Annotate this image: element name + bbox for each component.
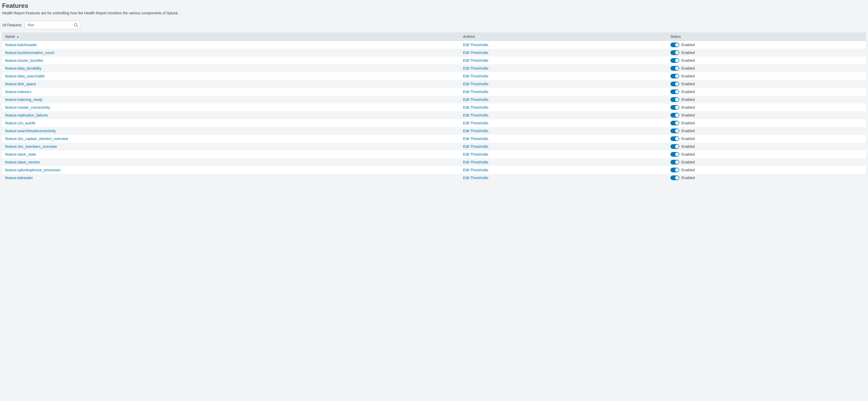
table-row: feature:slave_stateEdit ThresholdsEnable… xyxy=(2,151,866,158)
page-title: Features xyxy=(2,2,866,9)
status-label: Enabled xyxy=(681,121,695,125)
toggle-knob xyxy=(675,121,679,125)
status-toggle[interactable] xyxy=(671,113,679,118)
table-row: feature:master_connectivityEdit Threshol… xyxy=(2,103,866,111)
status-label: Enabled xyxy=(681,176,695,180)
status-toggle[interactable] xyxy=(671,105,679,110)
status-toggle[interactable] xyxy=(671,81,679,86)
edit-thresholds-link[interactable]: Edit Thresholds xyxy=(463,152,488,157)
edit-thresholds-link[interactable]: Edit Thresholds xyxy=(463,74,488,78)
feature-name-link[interactable]: feature:cluster_bundles xyxy=(5,58,43,63)
status-toggle[interactable] xyxy=(671,129,679,133)
edit-thresholds-link[interactable]: Edit Thresholds xyxy=(463,137,488,141)
feature-name-link[interactable]: feature:data_searchable xyxy=(5,74,44,78)
table-row: feature:shc_captain_election_overviewEdi… xyxy=(2,135,866,143)
feature-name-link[interactable]: feature:master_connectivity xyxy=(5,105,50,109)
feature-name-link[interactable]: feature:shc_members_overview xyxy=(5,144,57,148)
feature-name-link[interactable]: feature:batchreader xyxy=(5,43,37,47)
status-toggle[interactable] xyxy=(671,175,679,180)
feature-name-link[interactable]: feature:replication_failures xyxy=(5,113,48,117)
feature-name-link[interactable]: feature:data_durability xyxy=(5,66,41,70)
controls-row: 18 Features xyxy=(2,21,866,29)
toggle-knob xyxy=(675,145,679,148)
table-row: feature:shc_members_overviewEdit Thresho… xyxy=(2,143,866,151)
edit-thresholds-link[interactable]: Edit Thresholds xyxy=(463,144,488,148)
edit-thresholds-link[interactable]: Edit Thresholds xyxy=(463,66,488,70)
status-label: Enabled xyxy=(681,129,695,133)
edit-thresholds-link[interactable]: Edit Thresholds xyxy=(463,43,488,47)
edit-thresholds-link[interactable]: Edit Thresholds xyxy=(463,113,488,117)
table-row: feature:batchreaderEdit ThresholdsEnable… xyxy=(2,41,866,49)
status-toggle[interactable] xyxy=(671,58,679,63)
table-row: feature:disk_spaceEdit ThresholdsEnabled xyxy=(2,80,866,88)
status-label: Enabled xyxy=(681,105,695,109)
edit-thresholds-link[interactable]: Edit Thresholds xyxy=(463,82,488,86)
toggle-knob xyxy=(675,137,679,140)
edit-thresholds-link[interactable]: Edit Thresholds xyxy=(463,129,488,133)
feature-name-link[interactable]: feature:indexing_ready xyxy=(5,98,42,102)
feature-name-link[interactable]: feature:bucketscreation_count xyxy=(5,51,54,55)
status-toggle[interactable] xyxy=(671,66,679,71)
status-label: Enabled xyxy=(681,137,695,141)
status-toggle[interactable] xyxy=(671,152,679,157)
feature-name-link[interactable]: feature:indexers xyxy=(5,90,31,94)
toggle-knob xyxy=(675,59,679,62)
status-label: Enabled xyxy=(681,58,695,63)
column-header-actions[interactable]: Actions xyxy=(460,32,667,41)
feature-name-link[interactable]: feature:searchheadconnectivity xyxy=(5,129,56,133)
status-toggle[interactable] xyxy=(671,42,679,47)
toggle-knob xyxy=(675,129,679,133)
table-row: feature:bucketscreation_countEdit Thresh… xyxy=(2,49,866,57)
feature-name-link[interactable]: feature:disk_space xyxy=(5,82,36,86)
toggle-knob xyxy=(675,51,679,55)
table-row: feature:indexing_readyEdit ThresholdsEna… xyxy=(2,96,866,103)
status-toggle[interactable] xyxy=(671,50,679,55)
feature-count-label: 18 Features xyxy=(2,23,22,27)
status-label: Enabled xyxy=(681,66,695,70)
table-row: feature:data_durabilityEdit ThresholdsEn… xyxy=(2,64,866,72)
toggle-knob xyxy=(675,66,679,70)
edit-thresholds-link[interactable]: Edit Thresholds xyxy=(463,90,488,94)
feature-name-link[interactable]: feature:slave_state xyxy=(5,152,36,157)
status-toggle[interactable] xyxy=(671,97,679,102)
edit-thresholds-link[interactable]: Edit Thresholds xyxy=(463,160,488,164)
table-row: feature:indexersEdit ThresholdsEnabled xyxy=(2,88,866,96)
table-row: feature:searchheadconnectivityEdit Thres… xyxy=(2,127,866,135)
feature-name-link[interactable]: feature:splunkoptimize_processes xyxy=(5,168,61,172)
feature-name-link[interactable]: feature:tailreader xyxy=(5,176,33,180)
status-toggle[interactable] xyxy=(671,121,679,125)
status-toggle[interactable] xyxy=(671,160,679,165)
feature-name-link[interactable]: feature:slave_version xyxy=(5,160,40,164)
toggle-knob xyxy=(675,82,679,86)
table-row: feature:splunkoptimize_processesEdit Thr… xyxy=(2,166,866,174)
edit-thresholds-link[interactable]: Edit Thresholds xyxy=(463,168,488,172)
toggle-knob xyxy=(675,113,679,117)
column-header-actions-label: Actions xyxy=(463,34,475,39)
status-label: Enabled xyxy=(681,74,695,78)
column-header-name-label: Name xyxy=(5,34,15,39)
status-label: Enabled xyxy=(681,160,695,164)
toggle-knob xyxy=(675,153,679,156)
feature-name-link[interactable]: feature:s2s_autolb xyxy=(5,121,35,125)
edit-thresholds-link[interactable]: Edit Thresholds xyxy=(463,98,488,102)
column-header-status-label: Status xyxy=(671,34,681,39)
status-toggle[interactable] xyxy=(671,136,679,141)
edit-thresholds-link[interactable]: Edit Thresholds xyxy=(463,105,488,109)
column-header-name[interactable]: Name ▲ xyxy=(2,32,460,41)
edit-thresholds-link[interactable]: Edit Thresholds xyxy=(463,58,488,63)
feature-name-link[interactable]: feature:shc_captain_election_overview xyxy=(5,137,68,141)
table-row: feature:slave_versionEdit ThresholdsEnab… xyxy=(2,158,866,166)
toggle-knob xyxy=(675,74,679,78)
status-toggle[interactable] xyxy=(671,168,679,172)
column-header-status[interactable]: Status xyxy=(667,32,866,41)
edit-thresholds-link[interactable]: Edit Thresholds xyxy=(463,176,488,180)
filter-input[interactable] xyxy=(25,21,80,29)
status-label: Enabled xyxy=(681,90,695,94)
status-label: Enabled xyxy=(681,43,695,47)
edit-thresholds-link[interactable]: Edit Thresholds xyxy=(463,121,488,125)
status-toggle[interactable] xyxy=(671,74,679,78)
status-toggle[interactable] xyxy=(671,144,679,149)
status-toggle[interactable] xyxy=(671,90,679,94)
edit-thresholds-link[interactable]: Edit Thresholds xyxy=(463,51,488,55)
table-row: feature:s2s_autolbEdit ThresholdsEnabled xyxy=(2,119,866,127)
